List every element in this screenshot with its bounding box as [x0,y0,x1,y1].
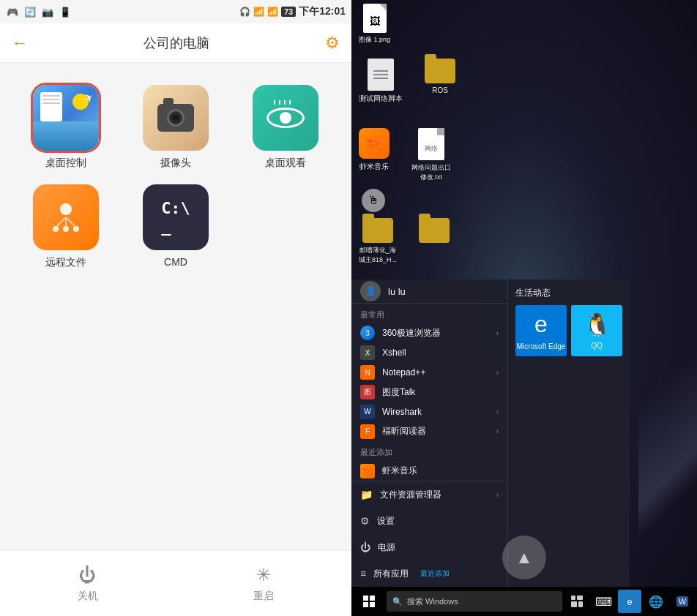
svg-point-3 [53,226,59,232]
xiami-label: 虾米音乐 [382,465,417,477]
windows-button[interactable] [354,587,384,616]
back-button[interactable]: ← [12,34,28,53]
desktop-icon-image[interactable]: 🖼 图像 1.png [359,4,390,45]
camera-icon [143,85,209,151]
menu-power[interactable]: ⏻ 电源 [351,534,507,560]
notepad-line-2 [42,99,60,100]
shrimp-symbol: 🦐 [365,134,384,153]
search-placeholder: 搜索 Windows [407,596,458,607]
battery-indicator: 73 [281,7,296,17]
power-label: 电源 [378,541,395,554]
svg-rect-12 [571,601,577,607]
taskbar: 🔍 搜索 Windows ⌨ e [351,587,697,616]
restart-button[interactable]: ✳ 重启 [253,565,274,603]
svg-rect-7 [370,596,375,601]
camera-label: 摄像头 [160,157,191,170]
txt-label: 网络问题出口修改.txt [411,163,451,182]
remote-files-content [51,203,81,232]
lash-3 [284,100,286,105]
foxit-label: 福昕阅读器 [382,425,426,437]
cmd-icon-wrapper: C:\_ [143,184,209,250]
mouse-icon: 🖱 [362,189,385,212]
desktop-icon-folder2[interactable] [419,218,450,265]
power-icon: ⏻ [360,541,370,553]
taskview-button[interactable] [565,590,589,613]
notepad-icon: N [360,365,375,380]
menu-files-explorer[interactable]: 📁 文件资源管理器 › [351,481,507,508]
notepad-arrow: › [496,369,499,377]
desktop-icon-email[interactable]: 邮嘈薄化_海城王818_H... [359,218,397,265]
app-item-cmd[interactable]: C:\_ CMD [124,184,227,269]
desktop-icon-ros[interactable]: ROS [425,59,455,104]
live-tiles-label: 生活动态 [515,287,622,299]
folder2-icon [419,218,450,243]
menu-item-360[interactable]: 3 360极速浏览器 › [351,323,507,343]
shutdown-button[interactable]: ⏻ 关机 [78,565,98,603]
camera-bump [163,98,174,104]
menu-item-xiami[interactable]: 🦐 虾米音乐 [351,461,507,481]
ie-icon: e [627,596,632,607]
app-icon-3: 📱 [59,5,72,18]
menu-item-xshell[interactable]: X Xshell [351,343,507,363]
lash-4 [289,100,291,105]
desktop-view-label: 桌面观看 [265,157,306,170]
notepad-line-3 [42,102,60,104]
qq-tile[interactable]: 🐧 QQ [571,305,622,356]
restart-icon: ✳ [256,565,271,585]
windows-icon [363,596,375,607]
menu-item-notepad[interactable]: N Notepad++ › [351,363,507,383]
edge-tile[interactable]: e Microsoft Edge [515,305,567,356]
svg-rect-10 [571,596,575,600]
restart-label: 重启 [253,590,274,603]
xshell-icon: X [360,345,375,360]
desktop-icon-music[interactable]: 🦐 虾米音乐 [359,128,390,182]
ros-folder-icon [425,59,455,83]
eye-icon [253,85,318,151]
lash-2 [279,100,280,105]
all-apps-icon: ≡ [360,568,366,579]
ie-taskbar[interactable]: e [618,590,641,613]
svg-point-4 [63,226,69,232]
explorer-icon: 📁 [360,489,373,500]
menu-settings[interactable]: ⚙ 设置 [351,508,507,534]
app-icon-1: 🎮 [6,5,19,18]
360-label: 360极速浏览器 [382,327,441,339]
eye-outer [266,108,305,128]
cmd-icon: C:\_ [143,184,209,250]
keyboard-icon: ⌨ [595,595,612,609]
mobile-panel: 🎮 🔄 📷 📱 🎧 📶 📶 73 下午12:01 ← 公司的电脑 ⚙ [0,0,351,616]
chrome-taskbar[interactable]: 🌐 [644,590,668,613]
desktop-icon-txt[interactable]: 网络 网络问题出口修改.txt [411,128,451,182]
menu-item-wireshark[interactable]: W Wireshark › [351,402,507,421]
script-line-3 [373,78,387,79]
app-item-desktop-control[interactable]: ✈ 桌面控制 [15,85,117,170]
search-bar[interactable]: 🔍 搜索 Windows [387,591,562,612]
app-item-camera[interactable]: 摄像头 [124,85,227,170]
menu-item-tuxedo[interactable]: 图 图度Talk [351,383,507,402]
app-item-desktop-view[interactable]: 桌面观看 [234,85,337,170]
eye-inner [280,112,291,124]
email-label: 邮嘈薄化_海城王818_H... [359,246,397,265]
foxit-icon: F [360,424,375,439]
ros-label: ROS [432,86,448,94]
settings-button[interactable]: ⚙ [325,34,340,53]
menu-all-apps[interactable]: ≡ 所有应用 最近添加 [351,560,507,587]
image-file-label: 图像 1.png [359,35,390,45]
desktop-icon-script[interactable]: 测试网络脚本 [359,59,403,104]
keyboard-button[interactable]: ⌨ [592,590,615,613]
svg-rect-9 [370,602,375,607]
scroll-handle[interactable]: ▲ [502,536,546,579]
status-bar: 🎮 🔄 📷 📱 🎧 📶 📶 73 下午12:01 [0,0,351,23]
start-menu-left: 👤 lu lu 最常用 3 360极速浏览器 › X Xshell N Note… [351,279,508,587]
image-file-icon: 🖼 [363,4,387,33]
svg-point-5 [73,226,79,232]
360-arrow: › [496,329,499,337]
app-item-remote-files[interactable]: 远程文件 [15,184,117,269]
avatar-icon: 👤 [365,286,376,296]
xiami-menu-icon: 🦐 [360,464,375,478]
camera-lens [167,109,184,127]
chrome-icon: 🌐 [649,595,663,609]
start-user-area: 👤 lu lu [351,279,507,304]
menu-item-foxit[interactable]: F 福昕阅读器 › [351,421,507,441]
word-taskbar[interactable]: W [671,590,694,613]
